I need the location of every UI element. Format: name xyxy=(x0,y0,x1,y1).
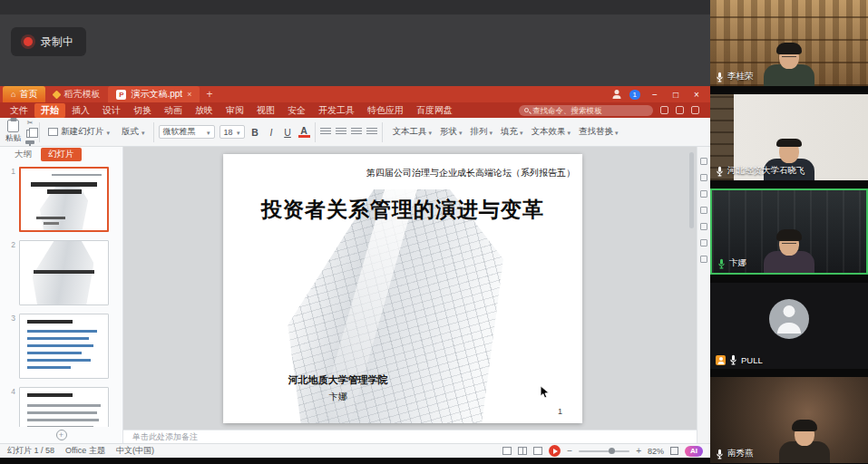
format-painter-icon[interactable] xyxy=(25,140,34,144)
font-color-button[interactable]: A xyxy=(298,126,310,138)
cut-icon[interactable]: ✂ xyxy=(27,120,34,127)
copy-icon[interactable] xyxy=(26,130,34,138)
underline-button[interactable]: U xyxy=(282,127,294,138)
slide-sorter-icon[interactable] xyxy=(518,447,527,455)
docer-icon xyxy=(53,90,62,99)
shapes-button[interactable]: 形状 xyxy=(440,126,463,138)
comments-icon[interactable] xyxy=(700,207,707,214)
recording-indicator[interactable]: 录制中 xyxy=(11,27,86,56)
selection-pane-icon[interactable] xyxy=(700,190,707,198)
menu-slideshow[interactable]: 放映 xyxy=(189,103,219,118)
menu-start[interactable]: 开始 xyxy=(34,103,65,118)
align-right-icon[interactable] xyxy=(351,128,362,136)
menu-file[interactable]: 文件 xyxy=(4,103,34,118)
maximize-button[interactable]: □ xyxy=(669,90,682,100)
align-center-icon[interactable] xyxy=(336,128,346,136)
minimize-button[interactable]: − xyxy=(649,90,661,100)
tab-home[interactable]: ⌂ 首页 xyxy=(3,86,45,102)
participant-tile[interactable]: 河北经贸大学石晓飞 xyxy=(710,94,868,180)
menu-design[interactable]: 设计 xyxy=(96,103,127,118)
menu-devtools[interactable]: 开发工具 xyxy=(312,103,361,118)
share-icon[interactable] xyxy=(660,106,668,114)
tab-outline[interactable]: 大纲 xyxy=(7,148,39,161)
zoom-out-icon[interactable]: − xyxy=(567,447,572,456)
slide-author[interactable]: 卞娜 xyxy=(249,391,428,403)
slide-title[interactable]: 投资者关系管理的演进与变革 xyxy=(223,196,582,224)
editor-column: 第四届公司治理与企业成长高端论坛（系列报告五） 投资者关系管理的演进与变革 河北… xyxy=(123,147,697,443)
participant-tile-speaking[interactable]: 卞娜 xyxy=(710,188,868,275)
user-account-icon[interactable] xyxy=(612,90,621,99)
tab-slides[interactable]: 幻灯片 xyxy=(41,148,82,161)
command-search[interactable] xyxy=(519,105,653,116)
fit-to-window-icon[interactable] xyxy=(670,447,678,455)
align-justify-icon[interactable] xyxy=(366,128,377,136)
find-replace-button[interactable]: 查找替换 xyxy=(579,126,619,138)
chevron-down-icon xyxy=(568,127,571,137)
zoom-in-icon[interactable]: + xyxy=(636,447,641,456)
menu-security[interactable]: 安全 xyxy=(281,103,312,118)
thumbnail-preview[interactable] xyxy=(19,240,109,305)
tab-docer[interactable]: 稻壳模板 xyxy=(45,86,108,102)
participant-tile[interactable]: 南秀燕 xyxy=(710,377,868,463)
bold-button[interactable]: B xyxy=(249,127,261,138)
close-button[interactable]: × xyxy=(690,90,703,100)
normal-view-icon[interactable] xyxy=(502,447,512,455)
slide-thumbnail-4[interactable]: 4 xyxy=(0,387,122,427)
properties-icon[interactable] xyxy=(700,158,707,165)
animation-pane-icon[interactable] xyxy=(700,174,707,181)
thumbnail-preview[interactable] xyxy=(19,387,109,427)
menu-review[interactable]: 审阅 xyxy=(219,103,250,118)
ai-assistant-button[interactable]: AI xyxy=(685,446,703,457)
slide-thumbnail-2[interactable]: 2 xyxy=(0,240,122,305)
slide-thumbnail-3[interactable]: 3 xyxy=(0,314,122,379)
menu-baidu-pan[interactable]: 百度网盘 xyxy=(410,103,459,118)
thumbnail-preview[interactable] xyxy=(19,167,109,232)
italic-button[interactable]: I xyxy=(266,127,278,138)
notes-pane[interactable]: 单击此处添加备注 xyxy=(123,430,697,443)
arrange-button[interactable]: 排列 xyxy=(471,126,493,138)
slide-thumbnail-1[interactable]: 1 xyxy=(0,167,122,232)
align-left-icon[interactable] xyxy=(320,128,331,136)
slide-page[interactable]: 第四届公司治理与企业成长高端论坛（系列报告五） 投资者关系管理的演进与变革 河北… xyxy=(223,154,582,423)
menu-insert[interactable]: 插入 xyxy=(65,103,96,118)
search-icon xyxy=(524,108,529,112)
participant-tile[interactable]: PULL xyxy=(710,283,868,369)
layout-button[interactable]: 版式 xyxy=(118,124,149,140)
help-icon[interactable] xyxy=(700,223,707,230)
text-effects-button[interactable]: 文本效果 xyxy=(532,126,571,138)
zoom-slider-knob[interactable] xyxy=(609,448,615,454)
thumbnail-preview[interactable] xyxy=(19,314,109,379)
menu-transition[interactable]: 切换 xyxy=(127,103,158,118)
reading-view-icon[interactable] xyxy=(533,447,542,455)
font-size-select[interactable]: 18 xyxy=(219,125,245,139)
menu-animation[interactable]: 动画 xyxy=(158,103,189,118)
add-slide-button[interactable]: + xyxy=(0,427,122,443)
font-name-select[interactable]: 微软雅黑 xyxy=(159,125,215,139)
ribbon-groups: 文本工具 形状 排列 填充 文本效果 查找替换 xyxy=(393,126,619,138)
menu-featured-apps[interactable]: 特色应用 xyxy=(361,103,410,118)
resources-icon[interactable] xyxy=(700,239,707,246)
close-tab-icon[interactable]: × xyxy=(187,90,191,99)
slide-canvas[interactable]: 第四届公司治理与企业成长高端论坛（系列报告五） 投资者关系管理的演进与变革 河北… xyxy=(123,147,697,430)
more-tools-icon[interactable] xyxy=(700,256,707,263)
notification-badge[interactable]: 1 xyxy=(629,90,640,100)
slideshow-play-button[interactable] xyxy=(549,445,561,457)
collapse-ribbon-icon[interactable] xyxy=(691,106,699,114)
search-input[interactable] xyxy=(532,106,648,115)
text-tools-button[interactable]: 文本工具 xyxy=(393,126,433,138)
slide-organization[interactable]: 河北地质大学管理学院 xyxy=(249,373,428,387)
new-tab-button[interactable]: + xyxy=(200,86,219,102)
paste-button[interactable]: 粘贴 xyxy=(5,120,21,144)
tab-document[interactable]: P 演示文稿.ppt × xyxy=(108,86,200,102)
participant-tile[interactable]: 李桂荣 xyxy=(710,0,868,86)
zoom-slider[interactable] xyxy=(579,450,629,452)
participant-face xyxy=(779,233,799,256)
fill-button[interactable]: 填充 xyxy=(501,126,523,138)
vertical-scrollbar[interactable] xyxy=(689,152,694,228)
menu-view[interactable]: 视图 xyxy=(250,103,281,118)
slide-subtitle[interactable]: 第四届公司治理与企业成长高端论坛（系列报告五） xyxy=(366,167,575,179)
new-slide-button[interactable]: 新建幻灯片 xyxy=(44,124,113,140)
sync-icon[interactable] xyxy=(676,106,684,114)
language-indicator: 中文(中国) xyxy=(116,445,154,457)
participant-name-tag: 河北经贸大学石晓飞 xyxy=(716,165,805,177)
